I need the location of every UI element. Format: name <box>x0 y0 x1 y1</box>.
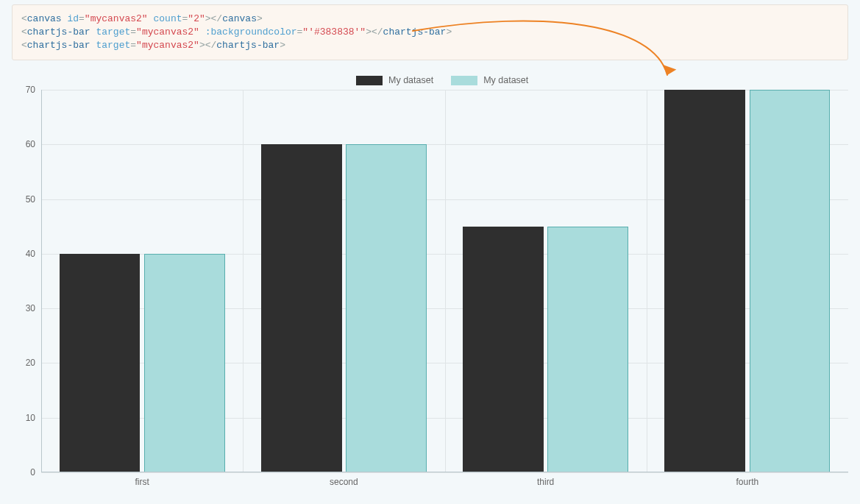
chart-bar <box>547 227 628 472</box>
y-axis-tick-label: 10 <box>26 413 41 423</box>
chart-bar <box>346 144 427 472</box>
legend-swatch <box>356 76 383 85</box>
y-axis-tick-label: 40 <box>26 249 41 259</box>
y-axis-tick-label: 30 <box>26 303 41 313</box>
chart-legend: My datasetMy dataset <box>356 75 528 85</box>
chart-bar <box>60 254 141 472</box>
y-axis-tick-label: 0 <box>30 467 41 478</box>
legend-label: My dataset <box>388 75 433 85</box>
legend-swatch <box>451 76 477 85</box>
gridline-vertical <box>445 90 446 472</box>
chart-bar <box>463 227 544 472</box>
chart-bar <box>750 90 831 472</box>
code-block: <canvas id="mycanvas2" count="2"></canva… <box>12 4 848 60</box>
legend-item: My dataset <box>356 75 433 85</box>
y-axis-tick-label: 50 <box>26 194 41 205</box>
chart-plot-area: 010203040506070firstsecondthirdfourth <box>41 90 848 472</box>
gridline-vertical <box>647 90 647 472</box>
x-axis-tick-label: second <box>330 472 358 487</box>
svg-marker-0 <box>659 63 676 77</box>
chart-container: My datasetMy dataset 010203040506070firs… <box>12 71 848 494</box>
x-axis-tick-label: first <box>135 472 149 487</box>
x-axis-line <box>41 472 848 472</box>
gridline-horizontal <box>41 472 848 473</box>
y-axis-tick-label: 70 <box>26 85 41 95</box>
legend-label: My dataset <box>483 75 528 85</box>
chart-bar <box>261 144 342 472</box>
x-axis-tick-label: fourth <box>736 472 759 487</box>
y-axis-tick-label: 20 <box>26 358 41 368</box>
x-axis-tick-label: third <box>537 472 554 487</box>
legend-item: My dataset <box>451 75 528 85</box>
chart-bar <box>144 254 225 472</box>
y-axis-tick-label: 60 <box>26 139 41 149</box>
gridline-vertical <box>243 90 244 472</box>
y-axis-line <box>41 90 42 472</box>
chart-bar <box>664 90 745 472</box>
